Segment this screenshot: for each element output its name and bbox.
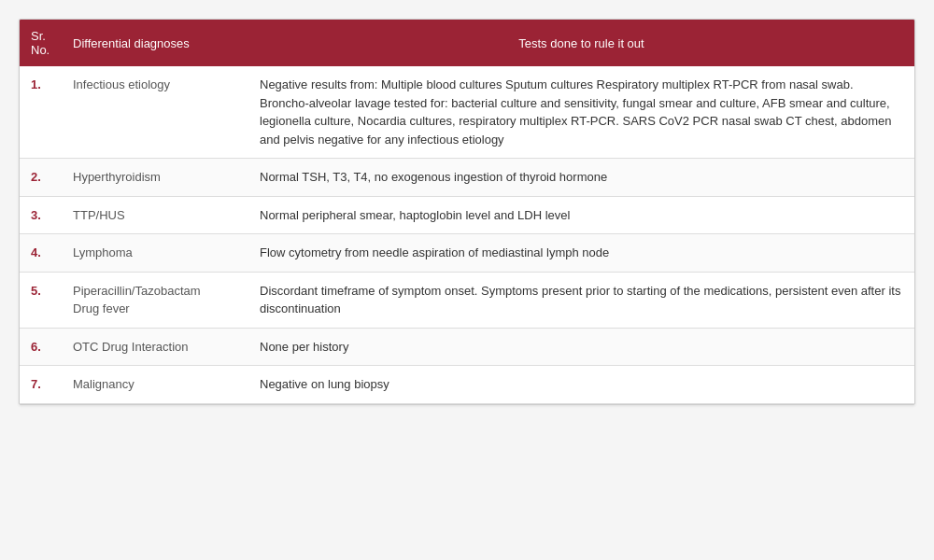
cell-sr-no: 4. (20, 234, 62, 273)
table-row: 5.Piperacillin/TazobactamDrug feverDisco… (20, 272, 914, 328)
cell-tests: Negative on lung biopsy (248, 366, 914, 404)
table-row: 7.MalignancyNegative on lung biopsy (20, 366, 914, 404)
cell-sr-no: 3. (20, 196, 62, 234)
cell-tests: Normal TSH, T3, T4, no exogenous ingesti… (248, 159, 914, 197)
differential-diagnosis-table: Sr.No. Differential diagnoses Tests done… (20, 20, 914, 404)
cell-diagnosis: TTP/HUS (62, 196, 248, 234)
header-sr-no: Sr.No. (20, 20, 62, 66)
cell-diagnosis: OTC Drug Interaction (62, 328, 248, 366)
cell-sr-no: 1. (20, 66, 62, 159)
cell-tests: Flow cytometry from needle aspiration of… (248, 234, 914, 273)
cell-sr-no: 2. (20, 159, 62, 197)
table-row: 4.LymphomaFlow cytometry from needle asp… (20, 234, 914, 273)
table-header-row: Sr.No. Differential diagnoses Tests done… (20, 20, 914, 66)
table-row: 3.TTP/HUSNormal peripheral smear, haptog… (20, 196, 914, 234)
table-row: 1.Infectious etiologyNegative results fr… (20, 66, 914, 159)
main-table-container: Sr.No. Differential diagnoses Tests done… (19, 19, 915, 405)
table-row: 2.HyperthyroidismNormal TSH, T3, T4, no … (20, 159, 914, 197)
cell-diagnosis: Malignancy (62, 366, 248, 404)
cell-tests: Normal peripheral smear, haptoglobin lev… (248, 196, 914, 234)
cell-sr-no: 5. (20, 272, 62, 328)
cell-diagnosis: Piperacillin/TazobactamDrug fever (62, 272, 248, 328)
cell-tests: Negative results from: Multiple blood cu… (248, 66, 914, 159)
cell-tests: None per history (248, 328, 914, 366)
cell-diagnosis: Hyperthyroidism (62, 159, 248, 197)
cell-sr-no: 6. (20, 328, 62, 366)
cell-diagnosis: Lymphoma (62, 234, 248, 273)
cell-tests: Discordant timeframe of symptom onset. S… (248, 272, 914, 328)
cell-sr-no: 7. (20, 366, 62, 404)
table-body: 1.Infectious etiologyNegative results fr… (20, 66, 914, 403)
table-row: 6.OTC Drug InteractionNone per history (20, 328, 914, 366)
header-differential: Differential diagnoses (62, 20, 248, 66)
header-tests: Tests done to rule it out (248, 20, 914, 66)
cell-diagnosis: Infectious etiology (62, 66, 248, 159)
